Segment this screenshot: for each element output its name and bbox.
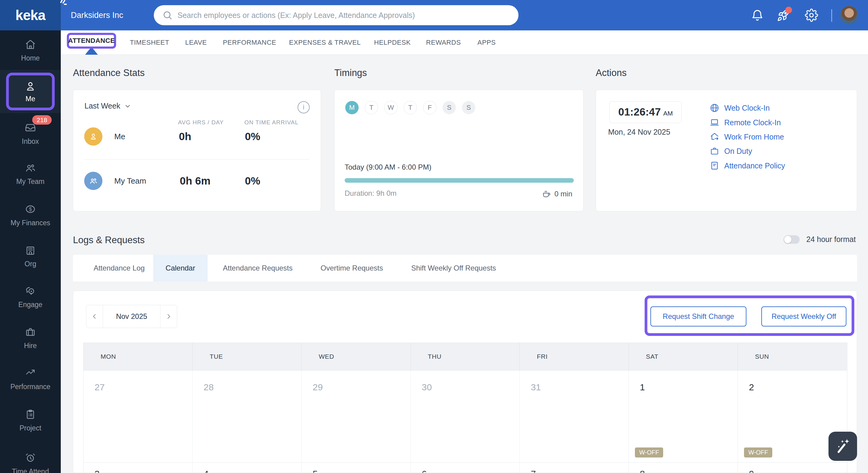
calendar-cell[interactable]: 7 (520, 463, 629, 473)
date-number: 31 (531, 382, 541, 392)
calendar-cell[interactable]: 30 (411, 371, 520, 463)
sidebar-item-performance[interactable]: Performance (0, 367, 61, 391)
sidebar-item-home[interactable]: Home (0, 39, 61, 62)
today-shift-label: Today (9:00 AM - 6:00 PM) (345, 163, 431, 172)
row-divider (85, 159, 309, 159)
calendar-cell[interactable]: 5 (302, 463, 411, 473)
row-label: My Team (114, 176, 146, 186)
gear-icon[interactable] (805, 8, 818, 22)
sidebar-item-engage[interactable]: Engage (0, 286, 61, 309)
web-clock-in-link[interactable]: Web Clock-In (710, 103, 770, 113)
calendar-week-2: 3 4 5 6 7 8 9 (84, 463, 847, 473)
tab-apps[interactable]: APPS (477, 30, 496, 55)
company-name: Darksiders Inc (71, 0, 123, 30)
day-circle-wed[interactable]: W (384, 101, 398, 114)
calendar-cell[interactable]: 3 (84, 463, 193, 473)
finances-icon: $ (25, 204, 36, 215)
tab-helpdesk[interactable]: HELPDESK (374, 30, 411, 55)
date-number: 30 (422, 382, 432, 392)
engage-icon (25, 286, 36, 296)
request-weekly-off-button[interactable]: Request Weekly Off (761, 306, 846, 326)
keka-logo[interactable]: keka (0, 0, 61, 30)
bell-icon[interactable] (751, 8, 764, 22)
toggle-knob (784, 236, 792, 243)
sidebar-item-my-team[interactable]: My Team (0, 162, 61, 186)
day-circle-mon[interactable]: M (345, 101, 359, 114)
user-avatar[interactable] (840, 6, 858, 24)
day-circle-thu[interactable]: T (404, 101, 417, 114)
search-input[interactable] (178, 11, 514, 20)
calendar-cell[interactable]: 6 (411, 463, 520, 473)
shift-progress-bar (345, 178, 574, 183)
keka-logo-text: keka (16, 7, 45, 23)
timings-title: Timings (334, 67, 367, 79)
sidebar-item-project[interactable]: Project (0, 409, 61, 432)
row-label: Me (114, 132, 125, 141)
calendar-cell[interactable]: 27 (84, 371, 193, 463)
sidebar-item-hire[interactable]: Hire (0, 326, 61, 350)
tab-attendance-log[interactable]: Attendance Log (85, 255, 153, 282)
tab-shift-weekly-off-requests[interactable]: Shift Weekly Off Requests (396, 255, 512, 282)
global-search[interactable] (154, 5, 519, 25)
calendar-cell[interactable]: 29 (302, 371, 411, 463)
day-circle-tue[interactable]: T (365, 101, 378, 114)
ai-assistant-button[interactable] (829, 432, 857, 461)
date-number: 8 (640, 469, 645, 473)
sidebar-item-label: Inbox (22, 138, 39, 146)
next-month-button[interactable] (160, 305, 177, 328)
col-on-time: ON TIME ARRIVAL (244, 119, 299, 126)
sidebar-item-time-attend[interactable]: Time Attend (0, 452, 61, 473)
actions-card: 01:26:47 AM Mon, 24 Nov 2025 Web Clock-I… (596, 90, 857, 211)
calendar-cell[interactable]: 9 (738, 463, 847, 473)
action-link-label: Work From Home (724, 132, 784, 141)
sidebar-item-org[interactable]: Org (0, 245, 61, 268)
clock-meridiem: AM (663, 110, 673, 117)
attendance-policy-link[interactable]: Attendance Policy (710, 161, 785, 171)
tab-rewards[interactable]: REWARDS (426, 30, 461, 55)
sidebar-item-me[interactable]: Me (6, 72, 55, 110)
action-link-label: Web Clock-In (724, 104, 770, 113)
action-link-label: Attendance Policy (724, 161, 785, 170)
calendar-cell[interactable]: 31 (520, 371, 629, 463)
stats-row-my-team: My Team 0h 6m 0% (73, 172, 321, 190)
work-from-home-link[interactable]: Work From Home (710, 132, 784, 142)
calendar-cell[interactable]: 28 (193, 371, 302, 463)
request-shift-change-button[interactable]: Request Shift Change (650, 306, 746, 326)
tab-expenses-travel[interactable]: EXPENSES & TRAVEL (289, 30, 361, 55)
day-circle-fri[interactable]: F (423, 101, 436, 114)
rocket-icon[interactable] (777, 8, 790, 22)
tab-leave[interactable]: LEAVE (185, 30, 207, 55)
day-circle-sun[interactable]: S (462, 101, 475, 114)
prev-month-button[interactable] (86, 305, 103, 328)
shift-duration: Duration: 9h 0m (345, 189, 397, 198)
person-icon (89, 132, 98, 141)
tab-timesheet[interactable]: TIMESHEET (130, 30, 169, 55)
action-link-label: Remote Clock-In (724, 118, 781, 127)
sidebar-item-inbox[interactable]: Inbox (0, 122, 61, 146)
module-tabs: ATTENDANCE TIMESHEET LEAVE PERFORMANCE E… (61, 30, 868, 55)
24-hour-toggle[interactable] (783, 235, 800, 244)
tab-overtime-requests[interactable]: Overtime Requests (308, 255, 396, 282)
tab-calendar[interactable]: Calendar (153, 255, 208, 282)
live-clock: 01:26:47 AM (609, 101, 682, 123)
weekly-off-badge: W-OFF (744, 447, 772, 457)
sidebar-item-my-finances[interactable]: $ My Finances (0, 204, 61, 227)
date-number: 27 (95, 382, 104, 392)
tab-performance[interactable]: PERFORMANCE (223, 30, 276, 55)
tab-attendance[interactable]: ATTENDANCE (68, 37, 115, 45)
info-icon[interactable]: i (298, 101, 310, 113)
inbox-count-badge: 218 (32, 115, 52, 125)
calendar-cell[interactable]: 1 W-OFF (629, 371, 738, 463)
calendar-cell[interactable]: 4 (193, 463, 302, 473)
date-number: 4 (204, 469, 209, 473)
day-circle-sat[interactable]: S (442, 101, 456, 114)
tab-attendance-requests[interactable]: Attendance Requests (208, 255, 308, 282)
calendar-cell[interactable]: 8 (629, 463, 738, 473)
on-duty-link[interactable]: On Duty (710, 146, 752, 156)
remote-clock-in-link[interactable]: Remote Clock-In (710, 118, 781, 127)
period-selector[interactable]: Last Week (85, 101, 131, 110)
date-number: 1 (640, 382, 645, 392)
coffee-icon (541, 189, 551, 199)
on-time-value: 0% (245, 175, 260, 187)
current-month-label: Nov 2025 (103, 305, 160, 328)
